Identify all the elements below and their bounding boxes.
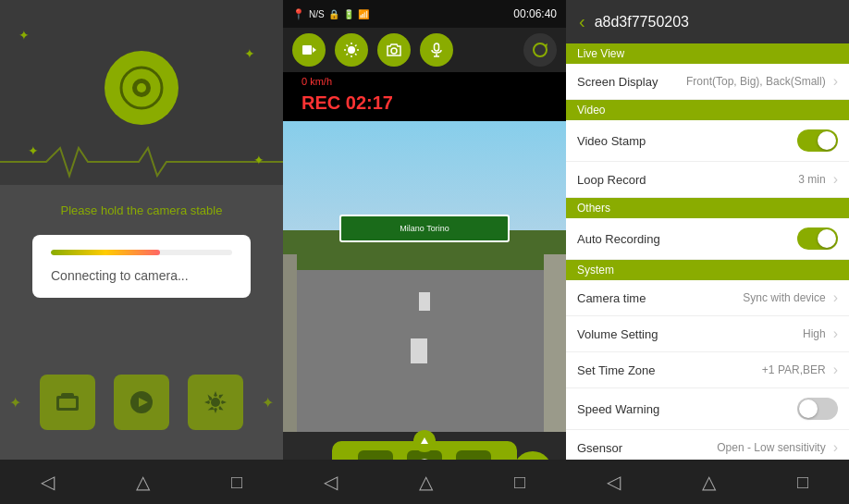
back-arrow-icon[interactable]: ‹ (579, 11, 585, 32)
device-id-text: a8d3f7750203 (595, 14, 689, 31)
timezone-text: +1 PAR,BER (762, 363, 826, 376)
timezone-label: Set Time Zone (577, 363, 656, 377)
speed-warning-label: Speed Warning (577, 402, 659, 416)
toolbar-mic-btn[interactable] (420, 33, 453, 67)
camera-time-chevron: › (833, 289, 838, 306)
expand-arrow[interactable] (413, 430, 436, 452)
volume-chevron: › (833, 326, 838, 342)
settings-list: Live View Screen Display Front(Top, Big)… (566, 43, 849, 460)
svg-rect-9 (302, 45, 312, 55)
settings-header: ‹ a8d3f7750203 (566, 0, 849, 43)
setting-gsensor[interactable]: Gsensor Open - Low sensitivity › (566, 430, 849, 460)
gsensor-label: Gsensor (577, 441, 622, 455)
svg-line-19 (347, 54, 349, 55)
battery-icon: 🔋 (343, 9, 354, 19)
bottom-icons-area: ✦ ✦ (0, 375, 283, 430)
nav-recent-3[interactable]: □ (797, 472, 808, 493)
nav-back-2[interactable]: ◁ (324, 471, 338, 493)
svg-rect-21 (435, 43, 439, 51)
lock-icon: 🔒 (328, 9, 339, 19)
setting-auto-recording[interactable]: Auto Recording (566, 218, 849, 260)
gsensor-chevron: › (833, 439, 838, 456)
brightness-icon (343, 42, 360, 58)
toolbar-brightness-btn[interactable] (335, 33, 368, 67)
please-hold-text: Please hold the camera stable (61, 203, 223, 217)
toolbar-record-btn[interactable] (292, 33, 326, 67)
nav-back-1[interactable]: ◁ (41, 471, 55, 493)
video-view: Milano Torino (283, 121, 566, 432)
sparkle-4: ✦ (253, 153, 265, 167)
refresh-icon (531, 41, 549, 59)
sparkle-1: ✦ (18, 28, 30, 43)
sparkle-2: ✦ (244, 46, 255, 61)
road-line-2 (411, 338, 427, 363)
svg-line-18 (355, 45, 357, 47)
rec-time-display: REC 02:17 (292, 89, 557, 117)
nav-bar-1: ◁ △ □ (0, 460, 283, 504)
camera-time-text: Sync with device (743, 291, 825, 304)
svg-point-8 (211, 398, 220, 407)
nav-back-3[interactable]: ◁ (607, 471, 621, 493)
screen-display-chevron: › (833, 73, 838, 90)
road-sign: Milano Torino (339, 215, 510, 242)
right-wall (544, 254, 566, 432)
nav-home-3[interactable]: △ (702, 471, 716, 493)
loop-record-text: 3 min (798, 173, 825, 186)
status-bar: 📍 N/S 🔒 🔋 📶 00:06:40 (283, 0, 566, 28)
setting-timezone[interactable]: Set Time Zone +1 PAR,BER › (566, 352, 849, 388)
screen-display-label: Screen Display (577, 75, 658, 89)
panel-connection: ✦ ✦ ✦ ✦ Please hold the camera stable Co… (0, 0, 283, 504)
setting-volume[interactable]: Volume Setting High › (566, 316, 849, 352)
rec-info-bar: 0 km/h REC 02:17 (283, 72, 566, 121)
auto-recording-knob (818, 229, 836, 248)
volume-value: High › (803, 326, 838, 342)
connection-message-area: Please hold the camera stable Connecting… (0, 185, 283, 316)
settings-icon (202, 388, 229, 416)
camera-time-value: Sync with device › (743, 289, 838, 306)
nav-home-1[interactable]: △ (136, 471, 150, 493)
setting-camera-time[interactable]: Camera time Sync with device › (566, 280, 849, 316)
clock-time: 00:06:40 (513, 7, 557, 20)
section-video-label: Video (577, 104, 605, 117)
road-scene: Milano Torino (283, 121, 566, 432)
svg-point-11 (348, 46, 355, 54)
setting-speed-warning[interactable]: Speed Warning (566, 388, 849, 430)
camera-time-label: Camera time (577, 291, 646, 305)
video-stamp-toggle[interactable] (797, 129, 838, 152)
up-arrow-icon (419, 436, 430, 447)
screen-display-text: Front(Top, Big), Back(Small) (686, 75, 826, 88)
section-others: Others (566, 198, 849, 218)
setting-screen-display[interactable]: Screen Display Front(Top, Big), Back(Sma… (566, 64, 849, 100)
settings-icon-box[interactable] (188, 375, 243, 430)
toolbar-back-btn[interactable] (523, 33, 557, 67)
auto-recording-label: Auto Recording (577, 232, 660, 246)
camera-svg (118, 65, 165, 111)
timezone-chevron: › (833, 362, 838, 378)
video-stamp-knob (818, 131, 836, 150)
video-stamp-label: Video Stamp (577, 134, 646, 148)
setting-loop-record[interactable]: Loop Record 3 min › (566, 162, 849, 198)
sparkle-3: ✦ (28, 143, 39, 158)
speed-warning-toggle[interactable] (797, 398, 838, 420)
sparkle-6: ✦ (262, 394, 274, 412)
svg-line-16 (347, 45, 349, 47)
progress-bar (51, 250, 232, 255)
camera-top-area (0, 0, 283, 185)
section-live-view-label: Live View (577, 47, 624, 60)
svg-marker-10 (313, 47, 316, 53)
svg-rect-4 (59, 399, 76, 408)
setting-video-stamp[interactable]: Video Stamp (566, 120, 849, 162)
gallery-icon-box[interactable] (40, 375, 95, 430)
status-left: 📍 N/S 🔒 🔋 📶 (292, 8, 369, 20)
mic-icon (428, 42, 445, 58)
auto-recording-toggle[interactable] (797, 227, 838, 250)
nav-bar-3: ◁ △ □ (566, 460, 849, 504)
video-icon-box[interactable] (114, 375, 169, 430)
screen-display-value: Front(Top, Big), Back(Small) › (686, 73, 838, 90)
nav-home-2[interactable]: △ (419, 471, 433, 493)
progress-fill (51, 250, 160, 255)
nav-recent-2[interactable]: □ (514, 472, 525, 493)
nav-recent-1[interactable]: □ (231, 472, 242, 493)
section-system: System (566, 260, 849, 280)
toolbar-camera-btn[interactable] (377, 33, 411, 67)
